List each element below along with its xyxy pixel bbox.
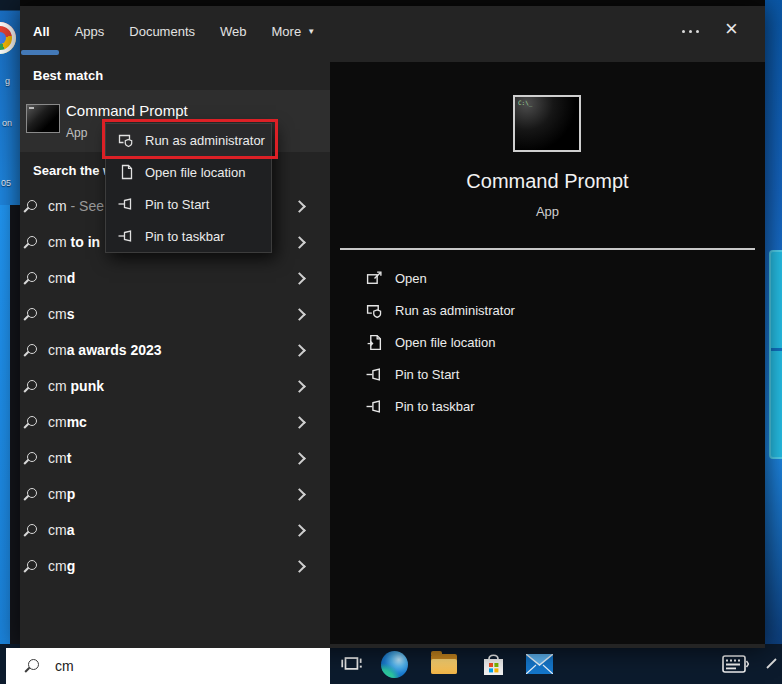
search-icon — [23, 271, 38, 286]
search-icon — [23, 487, 38, 502]
flyout-shadow — [10, 205, 20, 644]
show-hidden-icons-button[interactable] — [764, 644, 782, 684]
suggestion-row[interactable]: cmg — [20, 548, 330, 584]
divider — [340, 248, 755, 250]
search-icon — [23, 451, 38, 466]
more-options-icon[interactable] — [682, 30, 699, 33]
pushpin-icon — [366, 366, 383, 383]
desktop-right-strip — [765, 0, 782, 644]
detail-panel: C:\_ Command Prompt App Open — [330, 62, 765, 644]
command-prompt-icon-large: C:\_ — [513, 95, 581, 152]
action-pin-to-start[interactable]: Pin to Start — [366, 358, 515, 390]
run-as-admin-icon — [366, 302, 383, 319]
desktop-window-edge — [0, 205, 10, 644]
chevron-right-icon[interactable] — [293, 272, 306, 285]
command-prompt-icon — [26, 104, 60, 133]
file-location-icon — [366, 334, 383, 351]
tab-more[interactable]: More ▼ — [272, 24, 316, 39]
close-button[interactable]: × — [725, 16, 738, 42]
chevron-right-icon[interactable] — [293, 380, 306, 393]
best-match-subtitle: App — [66, 126, 87, 140]
file-explorer-button[interactable] — [430, 644, 458, 684]
chevron-right-icon[interactable] — [293, 308, 306, 321]
search-icon — [23, 415, 38, 430]
show-hidden-caret-icon — [766, 658, 780, 670]
search-icon — [23, 343, 38, 358]
chrome-icon[interactable] — [0, 22, 16, 54]
touch-keyboard-icon — [722, 655, 749, 674]
chevron-down-icon: ▼ — [307, 27, 315, 36]
task-view-icon — [339, 651, 365, 677]
pushpin-icon — [118, 228, 134, 244]
chevron-right-icon[interactable] — [293, 560, 306, 573]
chevron-right-icon[interactable] — [293, 236, 306, 249]
search-icon — [23, 379, 38, 394]
suggestion-row[interactable]: cms — [20, 296, 330, 332]
microsoft-store-icon — [482, 652, 505, 677]
search-flyout: All Apps Documents Web More ▼ × Best mat… — [20, 6, 765, 648]
desktop-window-fragment — [769, 250, 782, 459]
chevron-right-icon[interactable] — [293, 524, 306, 537]
tab-web[interactable]: Web — [220, 24, 247, 39]
chevron-right-icon[interactable] — [293, 200, 306, 213]
action-pin-to-taskbar[interactable]: Pin to taskbar — [366, 390, 515, 422]
annotation-highlight-box — [102, 119, 278, 159]
pushpin-icon — [366, 398, 383, 415]
mail-button[interactable] — [524, 644, 554, 684]
action-open[interactable]: Open — [366, 262, 515, 294]
search-input[interactable] — [53, 657, 297, 675]
windows-search-screen: g on 05 — [0, 0, 782, 684]
action-open-file-location[interactable]: Open file location — [366, 326, 515, 358]
detail-subtitle: App — [330, 204, 765, 219]
chevron-right-icon[interactable] — [293, 452, 306, 465]
desktop-left-strip: g on 05 — [0, 0, 20, 644]
store-button[interactable] — [479, 644, 507, 684]
suggestion-row[interactable]: cmt — [20, 440, 330, 476]
suggestion-row[interactable]: cma awards 2023 — [20, 332, 330, 368]
chevron-right-icon[interactable] — [293, 416, 306, 429]
best-match-title: Command Prompt — [66, 102, 188, 119]
action-run-as-administrator[interactable]: Run as administrator — [366, 294, 515, 326]
desktop-icon-label: 05 — [1, 178, 11, 188]
edge-icon — [381, 651, 408, 678]
file-explorer-icon — [431, 654, 457, 674]
search-icon — [23, 559, 38, 574]
tab-apps[interactable]: Apps — [75, 24, 105, 39]
suggestion-row[interactable]: cmd — [20, 260, 330, 296]
search-icon — [23, 307, 38, 322]
mail-icon — [526, 654, 553, 674]
search-icon — [23, 523, 38, 538]
task-view-button[interactable] — [338, 644, 366, 684]
suggestion-row[interactable]: cma — [20, 512, 330, 548]
suggestion-row[interactable]: cmp — [20, 476, 330, 512]
taskbar-search-box[interactable] — [6, 648, 330, 684]
touch-keyboard-button[interactable] — [720, 644, 750, 684]
pushpin-icon — [118, 196, 134, 212]
search-icon — [24, 658, 40, 674]
detail-title: Command Prompt — [330, 170, 765, 193]
tab-documents[interactable]: Documents — [129, 24, 195, 39]
suggestion-row[interactable]: cmmc — [20, 404, 330, 440]
best-match-heading: Best match — [33, 68, 103, 83]
chevron-right-icon[interactable] — [293, 344, 306, 357]
suggestion-row[interactable]: cm punk — [20, 368, 330, 404]
search-filter-tabs: All Apps Documents Web More ▼ — [33, 24, 315, 39]
detail-actions: Open Run as administrator — [366, 262, 515, 422]
open-window-icon — [366, 270, 383, 287]
search-icon — [23, 199, 38, 214]
file-location-icon — [118, 164, 134, 180]
search-icon — [23, 235, 38, 250]
desktop-icon-label: g — [5, 76, 10, 86]
desktop-icon-label: on — [2, 118, 12, 128]
menu-pin-to-start[interactable]: Pin to Start — [106, 188, 271, 220]
edge-button[interactable] — [380, 644, 408, 684]
tab-all[interactable]: All — [33, 24, 50, 39]
menu-open-file-location[interactable]: Open file location — [106, 156, 271, 188]
chevron-right-icon[interactable] — [293, 488, 306, 501]
menu-pin-to-taskbar[interactable]: Pin to taskbar — [106, 220, 271, 252]
active-tab-underline — [21, 50, 59, 55]
